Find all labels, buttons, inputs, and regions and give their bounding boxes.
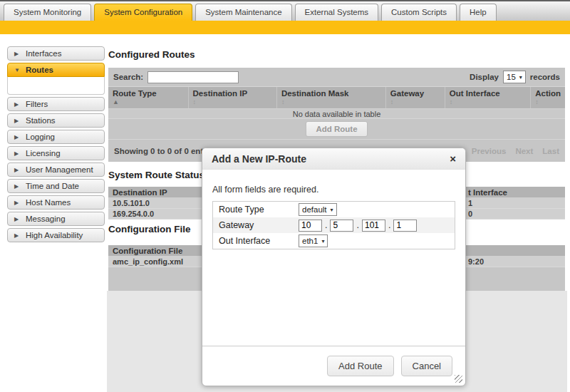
tab-system-maintenance[interactable]: System Maintenance xyxy=(195,4,291,21)
main-tabs: System Monitoring System Configuration S… xyxy=(4,4,497,21)
close-icon[interactable]: × xyxy=(450,153,456,164)
dialog-body: All form fields are required. Route Type… xyxy=(202,185,465,249)
add-route-button[interactable]: Add Route xyxy=(306,121,367,137)
pagination-last[interactable]: Last xyxy=(542,147,559,155)
chevron-down-icon: ▾ xyxy=(321,238,324,244)
sidebar-nav: ▶ Interfaces ▼ Routes ▶ Filters ▶ Statio… xyxy=(7,46,105,244)
search-label: Search: xyxy=(113,73,143,81)
sidebar-item-label: Host Names xyxy=(26,198,71,207)
routes-submenu-panel xyxy=(7,77,105,95)
gateway-octet-4[interactable] xyxy=(393,220,417,232)
dialog-add-route-button[interactable]: Add Route xyxy=(327,356,393,376)
sidebar-item-high-availability[interactable]: ▶ High Availability xyxy=(7,228,105,242)
chevron-right-icon: ▶ xyxy=(14,200,20,206)
column-header-gateway[interactable]: Gateway ↕ xyxy=(386,87,445,108)
sidebar-item-label: Messaging xyxy=(26,215,66,223)
chevron-right-icon: ▶ xyxy=(14,167,20,173)
column-header-destination-mask[interactable]: Destination Mask ↕ xyxy=(277,87,386,108)
sidebar-item-label: Logging xyxy=(26,133,55,141)
route-type-label: Route Type xyxy=(219,205,299,215)
dialog-note: All form fields are required. xyxy=(212,185,455,195)
srs-col-destination-ip: Destination IP xyxy=(113,188,167,197)
tab-system-monitoring[interactable]: System Monitoring xyxy=(4,4,91,21)
dialog-cancel-button[interactable]: Cancel xyxy=(401,356,452,376)
chevron-right-icon: ▶ xyxy=(14,118,20,124)
tab-external-systems[interactable]: External Systems xyxy=(295,4,378,21)
out-interface-select[interactable]: eth1 ▾ xyxy=(299,234,328,247)
configuration-file-heading: Configuration File xyxy=(108,224,191,234)
table-header-row: Route Type ▲ Destination IP ↕ Destinatio… xyxy=(108,87,565,109)
sidebar-item-label: Filters xyxy=(26,100,48,108)
column-header-out-interface[interactable]: Out Interface ↕ xyxy=(445,87,531,108)
route-type-value: default xyxy=(302,205,327,214)
sidebar-item-host-names[interactable]: ▶ Host Names xyxy=(7,195,105,210)
chevron-right-icon: ▶ xyxy=(14,101,20,108)
octet-separator: . xyxy=(356,220,358,230)
sidebar-item-logging[interactable]: ▶ Logging xyxy=(7,130,105,144)
gateway-octet-3[interactable] xyxy=(362,220,385,232)
chevron-right-icon: ▶ xyxy=(14,150,20,157)
system-route-status-heading: System Route Status xyxy=(108,170,204,180)
sidebar-item-label: Routes xyxy=(26,66,53,74)
gateway-label: Gateway xyxy=(219,220,299,230)
octet-separator: . xyxy=(325,220,327,230)
sort-both-icon: ↕ xyxy=(450,98,526,107)
search-input[interactable] xyxy=(147,71,239,83)
chevron-right-icon: ▶ xyxy=(14,51,20,57)
chevron-right-icon: ▶ xyxy=(14,216,20,222)
gateway-row: Gateway . . . xyxy=(213,217,455,233)
sidebar-item-licensing[interactable]: ▶ Licensing xyxy=(7,146,105,160)
dialog-title: Add a New IP-Route xyxy=(212,153,306,165)
gateway-octet-2[interactable] xyxy=(330,220,353,232)
gateway-octet-1[interactable] xyxy=(299,220,322,232)
display-label: Display xyxy=(470,73,499,81)
sidebar-item-messaging[interactable]: ▶ Messaging xyxy=(7,212,105,226)
srs-out-interface-partial: 0 xyxy=(468,209,472,220)
records-per-page-select[interactable]: 15 ▾ xyxy=(503,71,526,83)
pagination-previous[interactable]: Previous xyxy=(472,147,507,155)
tab-system-configuration[interactable]: System Configuration xyxy=(94,4,192,21)
chevron-right-icon: ▶ xyxy=(14,183,20,190)
sidebar-item-label: High Availability xyxy=(26,231,83,239)
column-header-destination-ip[interactable]: Destination IP ↕ xyxy=(189,87,277,108)
sort-both-icon: ↕ xyxy=(390,98,440,107)
sidebar-item-interfaces[interactable]: ▶ Interfaces xyxy=(7,46,105,61)
sidebar-item-filters[interactable]: ▶ Filters xyxy=(7,97,105,111)
chevron-down-icon: ▼ xyxy=(14,67,20,73)
tab-custom-scripts[interactable]: Custom Scripts xyxy=(381,4,457,21)
octet-separator: . xyxy=(388,220,390,230)
accent-band xyxy=(0,21,570,34)
dialog-titlebar[interactable]: Add a New IP-Route × xyxy=(202,148,465,170)
tab-help[interactable]: Help xyxy=(460,4,497,21)
add-ip-route-dialog: Add a New IP-Route × All form fields are… xyxy=(202,148,466,386)
route-form: Route Type default ▾ Gateway . . . Out I… xyxy=(212,201,455,249)
sidebar-item-time-and-date[interactable]: ▶ Time and Date xyxy=(7,179,105,193)
table-toolbar: Search: Display 15 ▾ records xyxy=(108,68,565,87)
route-type-select[interactable]: default ▾ xyxy=(299,203,337,216)
records-per-page-value: 15 xyxy=(507,73,516,81)
sort-asc-icon: ▲ xyxy=(113,98,184,107)
column-header-route-type[interactable]: Route Type ▲ xyxy=(108,87,189,108)
srs-col-out-interface-partial: t Interface xyxy=(468,187,507,198)
chevron-down-icon: ▾ xyxy=(519,74,522,81)
pagination-next[interactable]: Next xyxy=(515,147,533,155)
sidebar-item-label: Time and Date xyxy=(26,182,79,190)
out-interface-value: eth1 xyxy=(302,237,318,245)
sidebar-item-stations[interactable]: ▶ Stations xyxy=(7,113,105,128)
sidebar-item-label: Licensing xyxy=(26,149,61,158)
srs-out-interface-partial: 1 xyxy=(468,198,472,209)
sidebar-item-label: Interfaces xyxy=(26,49,62,58)
sidebar-item-routes[interactable]: ▼ Routes xyxy=(7,63,105,77)
column-header-action[interactable]: Action ↕ xyxy=(531,87,565,108)
out-interface-row: Out Interface eth1 ▾ xyxy=(213,233,455,249)
route-type-row: Route Type default ▾ xyxy=(213,202,455,217)
out-interface-label: Out Interface xyxy=(219,236,299,246)
chevron-down-icon: ▾ xyxy=(331,207,333,213)
sidebar-item-user-management[interactable]: ▶ User Management xyxy=(7,163,105,177)
resize-grip[interactable] xyxy=(455,375,462,383)
add-route-band: Add Route xyxy=(108,119,565,140)
chevron-right-icon: ▶ xyxy=(14,134,20,140)
sidebar-item-label: User Management xyxy=(26,165,93,174)
sidebar-item-label: Stations xyxy=(26,116,56,125)
dialog-footer: Add Route Cancel xyxy=(202,346,465,386)
